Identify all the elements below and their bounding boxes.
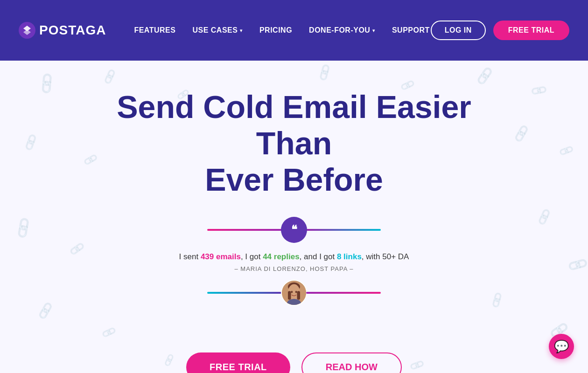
- links-highlight: 8 links: [337, 252, 362, 261]
- chat-icon: 💬: [554, 339, 569, 354]
- svg-point-5: [295, 290, 297, 293]
- quote-divider: ❝: [179, 217, 409, 243]
- svg-rect-6: [288, 291, 291, 300]
- hero-content: Send Cold Email Easier Than Ever Before: [96, 89, 492, 217]
- svg-rect-7: [297, 291, 301, 300]
- testimonial-block: ❝ I sent 439 emails, I got 44 replies, a…: [179, 217, 409, 306]
- testimonial-text: I sent 439 emails, I got 44 replies, and…: [179, 252, 409, 262]
- nav-item-features[interactable]: FEATURES: [134, 26, 175, 35]
- nav-item-support[interactable]: SUPPORT: [392, 26, 430, 35]
- chat-bubble-button[interactable]: 💬: [549, 334, 574, 359]
- nav-links: FEATURES USE CASES ▾ PRICING DONE-FOR-YO…: [134, 26, 430, 35]
- logo-text: POSTAGA: [39, 23, 106, 38]
- cta-buttons: FREE TRIAL READ HOW: [186, 352, 402, 373]
- nav-item-done-for-you[interactable]: DONE-FOR-YOU ▾: [309, 26, 375, 35]
- free-trial-hero-button[interactable]: FREE TRIAL: [186, 352, 290, 373]
- nav-item-use-cases[interactable]: USE CASES ▾: [192, 26, 242, 35]
- logo[interactable]: POSTAGA: [19, 22, 106, 39]
- navbar: POSTAGA FEATURES USE CASES ▾ PRICING DON…: [0, 0, 588, 61]
- read-how-button[interactable]: READ HOW: [301, 352, 402, 373]
- quote-line-right: [306, 229, 381, 231]
- emails-highlight: 439 emails: [201, 252, 241, 261]
- avatar-line-left: [207, 292, 282, 294]
- avatar-line-right: [306, 292, 381, 294]
- hero-title: Send Cold Email Easier Than Ever Before: [96, 89, 492, 198]
- login-button[interactable]: LOG IN: [431, 21, 486, 40]
- avatar: [281, 280, 307, 306]
- hero-section: 🔗 🔗 🔗 🔗 🔗 🔗 🔗 🔗 🔗 🔗 🔗 🔗 🔗 🔗 🔗 🔗 🔗 🔗 🔗 🔗 …: [0, 61, 588, 373]
- quote-bubble: ❝: [281, 217, 307, 243]
- nav-item-pricing[interactable]: PRICING: [259, 26, 292, 35]
- quote-line-left: [207, 229, 282, 231]
- testimonial-author: – MARIA DI LORENZO, HOST PAPA –: [179, 265, 409, 272]
- avatar-divider: [179, 280, 409, 306]
- done-for-you-chevron: ▾: [372, 28, 375, 33]
- use-cases-chevron: ▾: [240, 28, 243, 33]
- free-trial-nav-button[interactable]: FREE TRIAL: [493, 21, 569, 40]
- replies-highlight: 44 replies: [263, 252, 299, 261]
- svg-point-4: [291, 290, 293, 293]
- logo-icon: [19, 22, 35, 39]
- nav-actions: LOG IN FREE TRIAL: [431, 21, 569, 40]
- avatar-image: [282, 280, 306, 306]
